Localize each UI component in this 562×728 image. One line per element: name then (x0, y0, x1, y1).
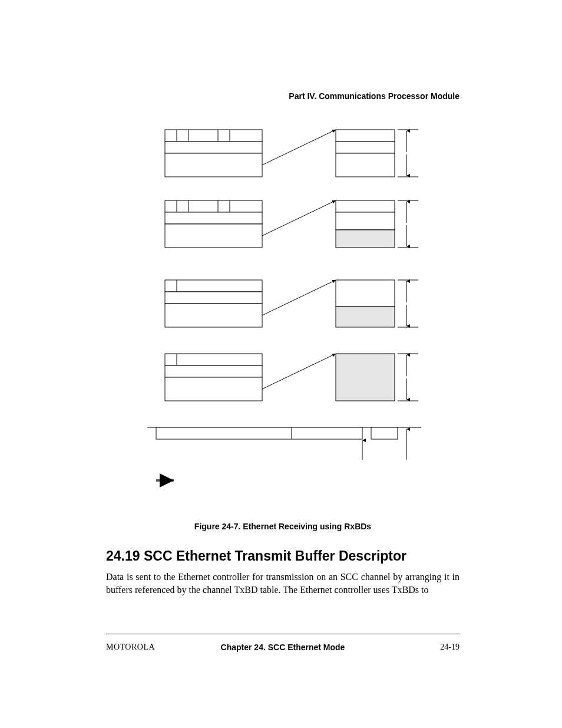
svg-line-36 (262, 280, 336, 315)
svg-line-46 (262, 354, 336, 389)
svg-rect-43 (165, 377, 262, 401)
svg-rect-34 (336, 280, 395, 307)
figure-diagram (106, 124, 459, 495)
svg-rect-23 (336, 212, 395, 230)
svg-rect-8 (336, 141, 395, 153)
footer-page-number: 24-19 (440, 643, 459, 652)
svg-rect-54 (371, 427, 398, 439)
footer-chapter: Chapter 24. SCC Ethernet Mode (106, 643, 459, 652)
footer-rule (106, 634, 459, 634)
svg-rect-35 (336, 307, 395, 327)
svg-rect-7 (336, 130, 395, 141)
svg-rect-2 (165, 153, 262, 177)
svg-rect-32 (165, 304, 262, 327)
svg-line-10 (262, 130, 336, 165)
svg-rect-9 (336, 153, 395, 177)
svg-rect-42 (165, 365, 262, 377)
body-paragraph: Data is sent to the Ethernet controller … (106, 571, 459, 596)
svg-rect-15 (165, 200, 262, 212)
svg-line-25 (262, 200, 336, 236)
svg-rect-52 (156, 427, 362, 439)
svg-rect-41 (165, 354, 262, 365)
svg-rect-0 (165, 130, 262, 141)
section-heading: 24.19 SCC Ethernet Transmit Buffer Descr… (106, 548, 406, 564)
svg-rect-45 (336, 354, 395, 401)
svg-rect-16 (165, 212, 262, 224)
svg-rect-17 (165, 224, 262, 248)
part-header: Part IV. Communications Processor Module (289, 91, 459, 101)
svg-rect-24 (336, 230, 395, 248)
svg-rect-1 (165, 141, 262, 153)
svg-rect-31 (165, 292, 262, 304)
svg-rect-30 (165, 280, 262, 292)
svg-rect-22 (336, 200, 395, 212)
figure-caption: Figure 24-7. Ethernet Receiving using Rx… (106, 522, 459, 531)
